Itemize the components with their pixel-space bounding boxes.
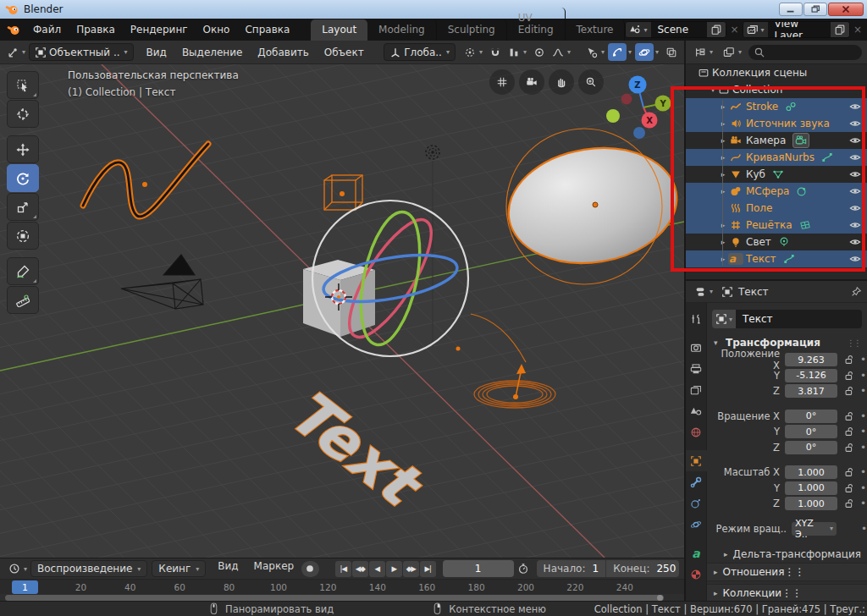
workspace-tab-modeling[interactable]: Modeling bbox=[367, 19, 437, 41]
viewport-menu-Объект[interactable]: Объект bbox=[317, 43, 372, 62]
transform-panel-header[interactable]: ▾Трансформация ⋮⋮ bbox=[707, 333, 867, 352]
disclosure-icon[interactable]: ▸ bbox=[718, 102, 728, 111]
workspace-tab-uv-editing[interactable]: UV Editing bbox=[507, 8, 566, 41]
eye-icon[interactable] bbox=[849, 202, 861, 214]
proportional-edit-toggle[interactable] bbox=[530, 43, 549, 61]
lock-open-icon[interactable] bbox=[843, 426, 855, 437]
camera-view-button[interactable] bbox=[519, 69, 544, 95]
eye-icon[interactable] bbox=[849, 101, 861, 113]
view-layer-name[interactable]: View Layer bbox=[768, 22, 831, 37]
eye-icon[interactable] bbox=[849, 185, 861, 197]
animate-dot-icon[interactable]: • bbox=[860, 442, 866, 454]
animate-dot-icon[interactable]: • bbox=[860, 498, 866, 509]
lock-open-icon[interactable] bbox=[843, 442, 855, 454]
eye-icon[interactable] bbox=[849, 118, 861, 129]
disclosure-icon[interactable]: ▸ bbox=[718, 170, 728, 179]
pivot-dropdown[interactable]: ▾ bbox=[461, 43, 486, 61]
lock-open-icon[interactable] bbox=[843, 482, 855, 494]
disclosure-icon[interactable]: ▸ bbox=[718, 153, 728, 162]
outliner-item-Камера[interactable]: ▸Камера bbox=[686, 132, 867, 149]
transform-value-field[interactable]: 1.000 bbox=[785, 481, 837, 495]
animate-dot-icon[interactable]: • bbox=[860, 370, 866, 382]
lock-open-icon[interactable] bbox=[843, 354, 855, 366]
jump-end-button[interactable]: ▶| bbox=[420, 561, 436, 577]
animate-dot-icon[interactable]: • bbox=[861, 523, 867, 535]
transform-value-field[interactable]: 1.000 bbox=[785, 465, 837, 479]
gizmo-axis-z-neg[interactable] bbox=[633, 127, 645, 139]
workspace-tab-texture[interactable]: Texture bbox=[566, 19, 626, 41]
tab-material-button[interactable] bbox=[686, 564, 707, 585]
outliner-scene-collection[interactable]: Коллекция сцены bbox=[686, 64, 867, 81]
transform-value-field[interactable]: 3.817 bbox=[785, 384, 837, 398]
menu-Справка[interactable]: Справка bbox=[237, 20, 297, 39]
eye-icon[interactable] bbox=[849, 236, 861, 248]
tab-data-button[interactable]: a bbox=[686, 542, 707, 564]
outliner-item-Поле[interactable]: Поле bbox=[686, 200, 867, 217]
tool-cursor-button[interactable] bbox=[7, 100, 39, 128]
eye-icon[interactable] bbox=[849, 135, 861, 146]
outliner-item-Свет[interactable]: ▸Свет bbox=[686, 234, 867, 250]
collections-panel[interactable]: ▸ Коллекции ⋮⋮ bbox=[707, 584, 867, 602]
timeline-scrollbar[interactable] bbox=[0, 594, 684, 601]
workspace-tab-layout[interactable]: Layout bbox=[311, 19, 367, 41]
frame-start-field[interactable]: Начало:1 bbox=[537, 560, 607, 577]
tool-select-box-button[interactable] bbox=[7, 71, 39, 99]
outliner-item-КриваяNurbs[interactable]: ▸КриваяNurbs bbox=[686, 149, 867, 166]
tool-transform-button[interactable] bbox=[7, 222, 39, 250]
maximize-button[interactable] bbox=[803, 3, 827, 16]
scrollbar-knob[interactable] bbox=[657, 595, 663, 601]
os-titlebar[interactable]: Blender bbox=[0, 0, 867, 19]
navigation-gizmo[interactable]: Z Y X bbox=[597, 67, 682, 151]
animate-dot-icon[interactable]: • bbox=[860, 482, 866, 494]
outliner-item-МСфера[interactable]: ▸МСфера bbox=[686, 183, 867, 200]
id-type-dropdown[interactable]: ▾ bbox=[712, 310, 736, 328]
disclosure-icon[interactable]: ▸ bbox=[718, 238, 728, 246]
tab-particles-button[interactable] bbox=[686, 492, 707, 514]
rotation-mode-dropdown[interactable]: XYZ Э..▾ bbox=[792, 522, 837, 536]
timeline-menu-Воспроизведение[interactable]: Воспроизведение▾ bbox=[30, 560, 147, 577]
frame-end-field[interactable]: Конец:250 bbox=[606, 560, 679, 577]
tab-tool-button[interactable] bbox=[686, 308, 707, 329]
overlays-toggle[interactable] bbox=[635, 43, 654, 61]
outliner-search[interactable] bbox=[748, 45, 862, 60]
tab-physics-button[interactable] bbox=[686, 514, 707, 535]
tool-measure-button[interactable] bbox=[7, 286, 39, 314]
animate-dot-icon[interactable]: • bbox=[860, 466, 866, 478]
disclosure-icon[interactable]: ▸ bbox=[718, 119, 728, 128]
timeline-menu-Маркер[interactable]: Маркер bbox=[246, 560, 302, 577]
lock-open-icon[interactable] bbox=[843, 385, 855, 397]
tab-modifiers-button[interactable] bbox=[686, 471, 707, 492]
outliner-item-Источник звука[interactable]: ▸Источник звука bbox=[686, 115, 867, 132]
scene-selector[interactable]: ▾ Scene bbox=[625, 21, 726, 38]
relations-panel[interactable]: ▸ Отношения ⋮⋮ bbox=[707, 563, 867, 581]
tab-render-button[interactable] bbox=[686, 337, 707, 358]
viewport-menu-Добавить[interactable]: Добавить bbox=[250, 43, 316, 62]
outliner-item-Stroke[interactable]: ▸Stroke bbox=[686, 98, 867, 115]
outliner-collection[interactable]: ▾ Collection bbox=[686, 81, 867, 98]
camera-object[interactable] bbox=[121, 255, 203, 309]
timeline-ruler[interactable]: 20406080100120140160180200220240 1 bbox=[0, 579, 684, 594]
pin-icon[interactable] bbox=[850, 286, 862, 298]
lock-open-icon[interactable] bbox=[843, 498, 855, 509]
animate-dot-icon[interactable]: • bbox=[860, 410, 866, 422]
stroke-object[interactable] bbox=[83, 144, 208, 217]
outliner-filter-button[interactable]: ▾ bbox=[720, 43, 745, 61]
eye-icon[interactable] bbox=[849, 253, 861, 265]
tool-annotate-button[interactable] bbox=[7, 257, 39, 285]
snap-dropdown[interactable]: ▾ bbox=[505, 43, 530, 61]
jump-start-button[interactable]: |◀ bbox=[335, 561, 351, 577]
timeline-editor-type-button[interactable]: ▾ bbox=[5, 560, 30, 578]
tab-scene-button[interactable] bbox=[686, 400, 707, 421]
tab-viewlayer-button[interactable] bbox=[686, 379, 707, 400]
outliner-editor-type-button[interactable]: ▾ bbox=[691, 43, 716, 61]
gizmos-toggle[interactable] bbox=[608, 43, 627, 61]
viewport-3d[interactable]: Text Пользовательская перспектива (1) Co… bbox=[0, 64, 684, 558]
outliner-search-input[interactable] bbox=[765, 47, 850, 58]
current-frame-field[interactable]: 1 bbox=[443, 560, 514, 577]
play-button[interactable]: ▶ bbox=[386, 561, 402, 577]
lock-open-icon[interactable] bbox=[843, 410, 855, 422]
delta-transform-panel[interactable]: ▸ Дельта-трансформация bbox=[707, 546, 867, 563]
animate-dot-icon[interactable]: • bbox=[860, 426, 866, 437]
rotate-gizmo-y[interactable] bbox=[351, 206, 430, 349]
new-scene-button[interactable] bbox=[707, 22, 726, 37]
